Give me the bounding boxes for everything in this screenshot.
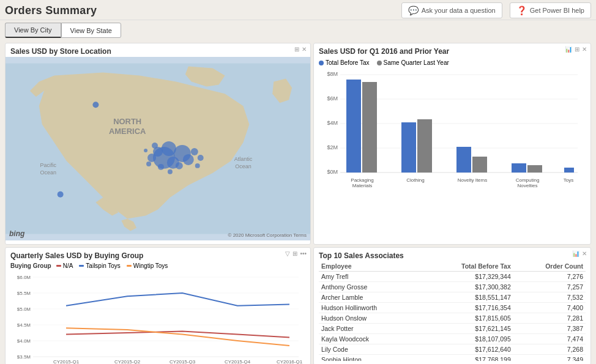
legend-dot-na [56,265,61,267]
legend-item-current: Total Before Tax [319,59,370,66]
svg-text:$2M: $2M [327,144,338,150]
svg-point-24 [58,191,64,198]
map-container: NORTH AMERICA Pacific Ocean Atlantic Oce… [6,57,310,240]
line-panel-controls: ▽ ⊞ ••• [285,250,307,257]
line-chart-legend: N/A Tailspin Toys Wingtip Toys [56,262,168,269]
cell-employee: Hudson Onslow [319,313,422,324]
cell-total: $17,716,354 [422,303,513,313]
sales-table: Employee Total Before Tax Order Count Am… [319,261,586,361]
map-copyright: © 2020 Microsoft Corporation Terms [228,232,307,238]
cell-count: 7,276 [513,272,586,282]
table-row: Hudson Onslow $17,815,605 7,281 [319,313,586,324]
line-more-icon[interactable]: ••• [300,250,307,257]
bar-panel: Sales USD for Q1 2016 and Prior Year 📊 ⊞… [313,43,591,245]
table-row: Archer Lamble $18,551,147 7,532 [319,292,586,303]
bar-filter-icon[interactable]: ✕ [582,46,587,53]
cell-employee: Anthony Grosse [319,282,422,292]
map-panel-title: Sales USD by Store Location [6,43,310,57]
cell-count: 7,474 [513,334,586,344]
table-row: Amy Trefl $17,329,344 7,276 [319,272,586,282]
cell-total: $17,329,344 [422,272,513,282]
svg-point-23 [144,149,147,152]
cell-count: 7,281 [513,313,586,324]
svg-point-19 [168,169,173,174]
bar-chart-icon[interactable]: 📊 [565,46,572,53]
svg-rect-45 [512,163,526,173]
svg-rect-42 [456,147,471,173]
svg-point-7 [92,102,99,108]
col-total: Total Before Tax [422,261,513,272]
cell-total: $17,815,605 [422,313,513,324]
line-panel: Quarterly Sales USD by Buying Group ▽ ⊞ … [5,247,311,364]
table-chart-icon[interactable]: 📊 [572,250,579,257]
cell-count: 7,400 [513,303,586,313]
table-container: Employee Total Before Tax Order Count Am… [314,261,590,361]
svg-text:CY2016-Q1: CY2016-Q1 [277,359,303,364]
cell-total: $18,551,147 [422,292,513,303]
legend-label-prior: Same Quarter Last Year [384,59,449,66]
line-chart-svg: $6.0M $5.5M $5.0M $4.5M $4.0M $3.5M CY20… [10,270,305,364]
view-state-button[interactable]: View By State [61,23,121,38]
cell-total: $18,107,095 [422,334,513,344]
svg-text:Novelty Items: Novelty Items [458,177,487,183]
svg-text:CY2015-Q3: CY2015-Q3 [169,359,196,364]
ask-question-button[interactable]: 💬 Ask your data a question [401,2,502,18]
get-help-button[interactable]: ❓ Get Power BI help [510,2,591,18]
svg-text:CY2015-Q2: CY2015-Q2 [114,359,141,364]
cell-total: $17,621,145 [422,324,513,334]
header: Orders Summary 💬 Ask your data a questio… [0,0,596,20]
svg-text:$0M: $0M [327,169,338,175]
line-panel-title: Quarterly Sales USD by Buying Group [6,248,310,261]
svg-text:Materials: Materials [352,183,372,188]
nav-buttons: View By City View By State [0,20,596,40]
table-panel-controls: 📊 ✕ [572,250,587,257]
legend-wingtip: Wingtip Toys [127,262,168,269]
cell-employee: Jack Potter [319,324,422,334]
line-filter-icon[interactable]: ▽ [285,250,290,257]
map-panel: Sales USD by Store Location ⊞ ✕ [5,43,311,245]
table-panel: Top 10 Sales Associates 📊 ✕ Employee Tot… [313,247,591,364]
main-content: Sales USD by Store Location ⊞ ✕ [0,40,596,364]
cell-count: 7,349 [513,355,586,362]
svg-text:$6M: $6M [327,95,338,102]
line-expand-icon[interactable]: ⊞ [292,250,297,257]
view-city-button[interactable]: View By City [5,23,61,38]
svg-rect-49 [564,168,574,173]
svg-text:Clothing: Clothing [406,177,424,183]
cell-count: 7,387 [513,324,586,334]
svg-point-16 [158,164,164,170]
header-left: Orders Summary [5,4,97,17]
map-svg: NORTH AMERICA Pacific Ocean Atlantic Oce… [6,57,310,240]
cell-employee: Lily Code [319,344,422,355]
svg-rect-43 [472,157,487,173]
svg-text:AMERICA: AMERICA [109,127,146,136]
page-title: Orders Summary [5,4,97,17]
svg-rect-35 [346,80,361,173]
svg-point-21 [152,143,158,149]
svg-text:Atlantic: Atlantic [234,156,253,162]
map-filter-icon[interactable]: ✕ [302,46,307,53]
legend-dot-tailspin [79,265,84,267]
line-chart-area: Buying Group N/A Tailspin Toys Wingtip T… [6,261,310,363]
svg-text:$6.0M: $6.0M [17,275,31,280]
get-help-label: Get Power BI help [530,7,584,14]
buying-group-label: Buying Group [10,262,51,269]
legend-dot-wingtip [127,265,132,267]
cell-employee: Sophia Hinton [319,355,422,362]
bar-chart-area: Total Before Tax Same Quarter Last Year … [314,57,590,240]
cell-total: $17,300,382 [422,282,513,292]
svg-rect-46 [527,165,542,173]
table-row: Jack Potter $17,621,145 7,387 [319,324,586,334]
legend-item-prior: Same Quarter Last Year [377,59,449,66]
legend-label-na: N/A [63,262,73,269]
map-expand-icon[interactable]: ⊞ [294,46,299,53]
bar-expand-icon[interactable]: ⊞ [575,46,579,53]
table-filter-icon[interactable]: ✕ [582,250,587,257]
header-right: 💬 Ask your data a question ❓ Get Power B… [401,2,591,18]
cell-total: $17,768,199 [422,355,513,362]
svg-text:$5.5M: $5.5M [17,291,31,296]
table-panel-title: Top 10 Sales Associates [314,248,590,261]
cell-employee: Hudson Hollinworth [319,303,422,313]
svg-rect-36 [362,82,377,173]
legend-label-tailspin: Tailspin Toys [86,262,121,269]
